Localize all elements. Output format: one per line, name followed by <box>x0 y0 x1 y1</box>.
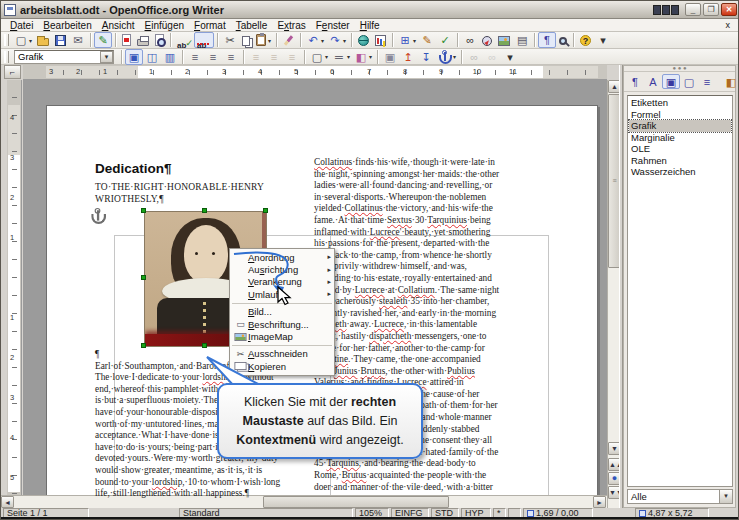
send-to-back-button[interactable]: ↧ <box>417 49 435 65</box>
background-color-dropdown-icon[interactable]: ▾ <box>369 53 372 60</box>
align-left-button[interactable]: ≡ <box>186 49 204 65</box>
menu-ansicht[interactable]: Ansicht <box>97 20 140 31</box>
v-ruler[interactable]: 432112345 <box>7 80 22 495</box>
redo-dropdown-icon[interactable]: ▾ <box>343 37 346 44</box>
find-replace-button[interactable]: ∞ <box>461 32 479 48</box>
chevron-down-icon[interactable]: ▼ <box>100 51 113 63</box>
menu-format[interactable]: Format <box>189 20 231 31</box>
insert-table-dropdown-icon[interactable]: ▾ <box>413 37 416 44</box>
context-item-imagemap[interactable]: ImageMap <box>230 330 334 342</box>
handle-top-left[interactable] <box>141 208 146 213</box>
wrap-through-button[interactable]: ▥ <box>161 49 179 65</box>
border-line-style-button[interactable]: ═▾ <box>330 49 352 65</box>
cut-button[interactable]: ✂ <box>221 32 239 48</box>
new-document-button[interactable]: ▢▾ <box>12 32 34 48</box>
autoformat-button[interactable]: ✓ <box>436 32 454 48</box>
frame-style-combobox[interactable]: Grafik ▼ <box>14 50 114 64</box>
bring-to-front-button[interactable]: ↥ <box>399 49 417 65</box>
borders-dropdown-icon[interactable]: ▾ <box>325 53 328 60</box>
scroll-right-icon[interactable]: ► <box>593 496 606 508</box>
minimize-button[interactable]: _ <box>685 3 701 16</box>
save-button[interactable] <box>52 32 69 48</box>
style-item-rahmen[interactable]: Rahmen <box>629 155 731 167</box>
context-item-beschriftung[interactable]: ▭Beschriftung... <box>230 318 334 330</box>
frame-styles-button[interactable]: ▣ <box>662 74 680 89</box>
menu-extras[interactable]: Extras <box>272 20 310 31</box>
data-sources-button[interactable]: ▤ <box>513 32 531 48</box>
context-item-ausrichtung[interactable]: Ausrichtung▸ <box>230 263 334 275</box>
nonprinting-characters-button[interactable]: ¶ <box>538 32 556 48</box>
context-item-anordnung[interactable]: Anordnung▸ <box>230 251 334 263</box>
gallery-button[interactable] <box>495 32 513 48</box>
context-item-ausschneiden[interactable]: ✂Ausschneiden <box>230 348 334 360</box>
menu-hilfe[interactable]: Hilfe <box>355 20 385 31</box>
handle-top-right[interactable] <box>263 208 268 213</box>
h-ruler[interactable]: 3211234567891011 <box>23 65 607 80</box>
styles-filter-combobox[interactable]: Alle ▼ <box>627 489 733 504</box>
title-bar[interactable]: arbeitsblatt.odt - OpenOffice.org Writer… <box>1 1 739 19</box>
undo-dropdown-icon[interactable]: ▾ <box>321 37 324 44</box>
insert-table-button[interactable]: ⊞▾ <box>396 32 418 48</box>
paste-button[interactable]: ▾ <box>253 32 273 48</box>
styles-list[interactable]: EtikettenFormelGrafikMarginalieOLERahmen… <box>627 95 733 487</box>
handle-mid-left[interactable] <box>141 275 146 280</box>
paste-dropdown-icon[interactable]: ▾ <box>268 37 271 44</box>
menu-fenster[interactable]: Fenster <box>311 20 355 31</box>
send-email-button[interactable]: ✉ <box>69 32 87 48</box>
context-item-verankerung[interactable]: Verankerung▸ <box>230 276 334 288</box>
close-document-button[interactable]: x <box>720 20 737 30</box>
style-item-etiketten[interactable]: Etiketten <box>629 97 731 109</box>
menu-datei[interactable]: Datei <box>5 20 38 31</box>
chevron-down-icon[interactable]: ▼ <box>719 490 732 503</box>
border-line-style-dropdown-icon[interactable]: ▾ <box>347 53 350 60</box>
menu-einfgen[interactable]: Einfügen <box>140 20 189 31</box>
context-item-kopieren[interactable]: Kopieren <box>230 360 334 372</box>
style-item-wasserzeichen[interactable]: Wasserzeichen <box>629 166 731 178</box>
anchor-icon[interactable] <box>90 209 105 223</box>
paragraph-styles-button[interactable]: ¶ <box>626 74 644 89</box>
toolbar-overflow-button[interactable]: ▾ <box>594 32 612 48</box>
handle-bottom-center[interactable] <box>202 343 207 348</box>
toolbar-overflow-2-button[interactable]: ▾ <box>501 49 519 65</box>
new-document-dropdown-icon[interactable]: ▾ <box>29 37 32 44</box>
style-item-formel[interactable]: Formel <box>629 109 731 121</box>
copy-button[interactable] <box>239 32 253 48</box>
style-item-marginalie[interactable]: Marginalie <box>629 132 731 144</box>
change-anchor-dropdown-icon[interactable]: ▾ <box>453 53 456 60</box>
export-pdf-button[interactable] <box>119 32 134 48</box>
fill-format-mode-button[interactable]: ◧ <box>722 74 739 89</box>
menu-tabelle[interactable]: Tabelle <box>231 20 273 31</box>
scroll-left-icon[interactable]: ◄ <box>1 496 14 508</box>
undo-button[interactable]: ↶▾ <box>304 32 326 48</box>
print-button[interactable] <box>134 32 152 48</box>
hyperlink-button[interactable] <box>355 32 372 48</box>
open-button[interactable] <box>34 32 52 48</box>
wrap-page-button[interactable]: ◫ <box>143 49 161 65</box>
wrap-off-button[interactable]: ▣ <box>125 49 143 65</box>
toolbar-grip-2[interactable] <box>4 51 9 63</box>
context-item-umlauf[interactable]: Umlauf▸ <box>230 288 334 300</box>
page-styles-button[interactable]: ▢ <box>680 74 698 89</box>
spellcheck-button[interactable] <box>174 32 194 48</box>
handle-top-center[interactable] <box>202 208 207 213</box>
list-styles-button[interactable]: ≡ <box>698 74 716 89</box>
edit-file-button[interactable]: ✎ <box>94 32 112 48</box>
style-item-ole[interactable]: OLE <box>629 143 731 155</box>
context-item-bild[interactable]: Bild... <box>230 306 334 318</box>
draw-functions-button[interactable]: ✎ <box>418 32 436 48</box>
handle-bottom-left[interactable] <box>141 343 146 348</box>
close-button[interactable]: ✕ <box>721 3 737 16</box>
change-anchor-button[interactable]: ▾ <box>435 49 458 65</box>
image-properties-button[interactable]: ▣ <box>381 49 399 65</box>
menu-bearbeiten[interactable]: Bearbeiten <box>38 20 96 31</box>
character-styles-button[interactable]: A <box>644 74 662 89</box>
navigator-button[interactable] <box>479 32 495 48</box>
format-paintbrush-button[interactable] <box>280 32 297 48</box>
page-preview-button[interactable] <box>152 32 167 48</box>
redo-button[interactable]: ↷▾ <box>326 32 348 48</box>
restore-button[interactable]: ❐ <box>703 3 719 16</box>
borders-button[interactable]: ▢▾ <box>308 49 330 65</box>
help-button[interactable] <box>577 32 594 48</box>
align-center-button[interactable]: ≡ <box>204 49 222 65</box>
style-item-grafik[interactable]: Grafik <box>629 120 731 132</box>
